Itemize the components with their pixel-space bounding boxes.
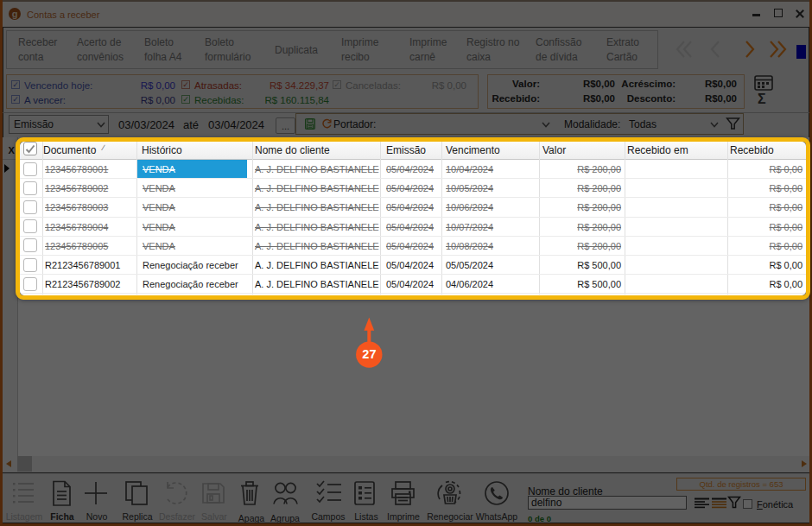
svg-text:27: 27 bbox=[362, 347, 376, 361]
